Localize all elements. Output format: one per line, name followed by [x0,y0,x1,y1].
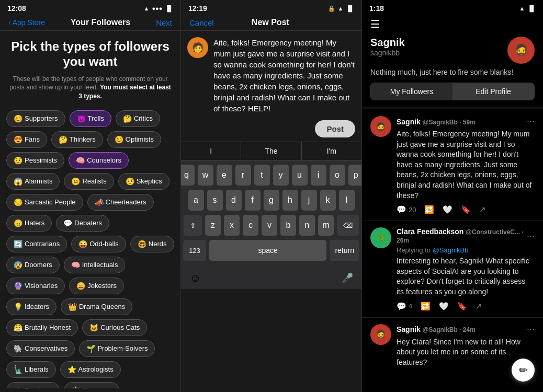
tag-emoji: 😱 [14,177,22,186]
key-s[interactable]: s [207,190,223,211]
tag-nerds[interactable]: 🤓Nerds [130,236,174,252]
tweet-comment-0[interactable]: 💬20 [397,205,416,214]
tag-drama-queens[interactable]: 👑Drama Queens [61,298,132,315]
key-h[interactable]: h [282,190,298,211]
key-m[interactable]: m [318,215,334,236]
next-button[interactable]: Next [156,18,172,27]
key-f[interactable]: f [245,190,261,211]
numbers-key[interactable]: 123 [183,240,206,261]
back-button[interactable]: ‹ App Store [8,18,45,27]
tweet-like-0[interactable]: 🤍 [443,205,452,214]
key-c[interactable]: c [243,215,258,236]
tag-astrologists[interactable]: ⭐Astrologists [60,361,121,378]
tweet-comment-1[interactable]: 💬4 [397,302,412,311]
back-label[interactable]: App Store [13,18,45,27]
key-y[interactable]: y [273,165,289,186]
key-q[interactable]: q [181,165,195,186]
tag-emoji: 🤔 [123,114,132,123]
key-r[interactable]: r [235,165,251,186]
tag-teachers[interactable]: 🎓Teachers [6,382,60,388]
key-i[interactable]: i [311,165,326,186]
key-x[interactable]: x [224,215,240,236]
key-j[interactable]: j [301,190,317,211]
tag-visionaries[interactable]: 🔮Visionaries [6,278,65,294]
tag-haters[interactable]: 😠Haters [6,215,52,232]
tag-doomers[interactable]: 😰Doomers [6,257,60,273]
tag-realists[interactable]: 😐Realists [64,173,114,190]
tag-odd-balls[interactable]: 😜Odd-balls [71,236,126,252]
tag-ideators[interactable]: 💡Ideators [6,298,56,315]
tag-emoji: 😊 [14,114,22,123]
word-suggestion[interactable]: I [181,142,241,160]
tag-debaters[interactable]: 💬Debaters [56,215,109,232]
key-l[interactable]: l [339,190,355,211]
word-suggestion[interactable]: The [241,142,301,160]
mic-icon[interactable]: 🎤 [342,272,353,284]
menu-icon[interactable]: ☰ [370,18,380,30]
key-g[interactable]: g [264,190,279,211]
keyboard-bottom-bar: ☺ 🎤 [181,267,361,289]
word-suggestion[interactable]: I'm [302,142,361,160]
tweet-bookmark-0[interactable]: 🔖 [461,205,471,214]
tag-cheerleaders[interactable]: 📣Cheerleaders [87,194,154,211]
tab-edit-profile[interactable]: Edit Profile [452,83,534,100]
compose-fab[interactable]: ✏ [512,359,535,382]
tag-skeptics[interactable]: 🤨Skeptics [118,173,169,190]
tag-charmers[interactable]: 🌟Charmers [64,382,119,388]
tag-fans[interactable]: 😍Fans [6,131,47,148]
tab-my-followers[interactable]: My Followers [371,83,452,100]
cancel-button[interactable]: Cancel [189,18,214,27]
key-e[interactable]: e [217,165,232,186]
key-k[interactable]: k [320,190,336,211]
shift-key[interactable]: ⇧ [184,215,202,236]
tweet-more-0[interactable]: ··· [527,116,535,127]
key-d[interactable]: d [226,190,242,211]
key-p[interactable]: p [348,165,363,186]
tweet-more-2[interactable]: ··· [527,324,535,335]
tag-trolls[interactable]: 😈Trolls [70,110,111,127]
profile-handle: sagnikbb [370,49,405,57]
tweet-share-1[interactable]: ↗ [476,302,482,311]
tag-thinkers[interactable]: 🤔Thinkers [51,131,103,148]
tweet-retweet-1[interactable]: 🔁 [421,302,431,311]
post-button[interactable]: Post [315,120,355,137]
tag-curious-cats[interactable]: 🐱Curious Cats [82,319,147,336]
key-v[interactable]: v [262,215,277,236]
tag-problem-solvers[interactable]: 🌱Problem-Solvers [79,340,155,357]
tag-liberals[interactable]: 🗽Liberals [6,361,56,378]
tweet-retweet-0[interactable]: 🔁 [424,205,434,214]
tag-optimists[interactable]: 😊Optimists [107,131,161,148]
tag-supporters[interactable]: 😊Supporters [6,110,65,127]
post-area: 🧑 Aite, folks! Emergency meeting! My mum… [181,31,361,120]
key-o[interactable]: o [330,165,345,186]
tag-critics[interactable]: 🤔Critics [116,110,160,127]
keyboard[interactable]: qwertyuiopasdfghjkl⇧zxcvbnm⌫123spaceretu… [181,160,361,267]
tweet-bookmark-1[interactable]: 🔖 [457,302,467,311]
tag-contrarians[interactable]: 🔄Contrarians [6,236,67,252]
tag-pessimists[interactable]: 😟Pessimists [6,152,64,169]
space-key[interactable]: space [209,240,326,261]
return-key[interactable]: return [330,240,359,261]
key-u[interactable]: u [292,165,308,186]
tweet-more-1[interactable]: ··· [527,230,535,241]
key-w[interactable]: w [198,165,213,186]
tweet-like-1[interactable]: 🤍 [439,302,449,311]
key-b[interactable]: b [280,215,296,236]
key-z[interactable]: z [205,215,221,236]
emoji-icon[interactable]: ☺ [189,271,201,285]
tag-alarmists[interactable]: 😱Alarmists [6,173,60,190]
tag-jokesters[interactable]: 😄Jokesters [69,278,124,294]
tag-label: Astrologists [78,365,114,373]
signal-icon: ●●● [152,5,162,11]
tag-conservatives[interactable]: 🐘Conservatives [6,340,75,357]
post-text[interactable]: Aite, folks! Emergency meeting! My mum j… [213,37,355,114]
key-a[interactable]: a [188,190,204,211]
tag-brutally-honest[interactable]: 😤Brutally Honest [6,319,78,336]
tag-intellectuals[interactable]: 🧠Intellectuals [64,257,126,273]
tag-sarcastic-people[interactable]: 😒Sarcastic People [6,194,83,211]
key-n[interactable]: n [299,215,315,236]
key-t[interactable]: t [254,165,270,186]
delete-key[interactable]: ⌫ [337,215,359,236]
tag-counselors[interactable]: 🧠Counselors [69,152,129,169]
tweet-share-0[interactable]: ↗ [479,205,486,214]
